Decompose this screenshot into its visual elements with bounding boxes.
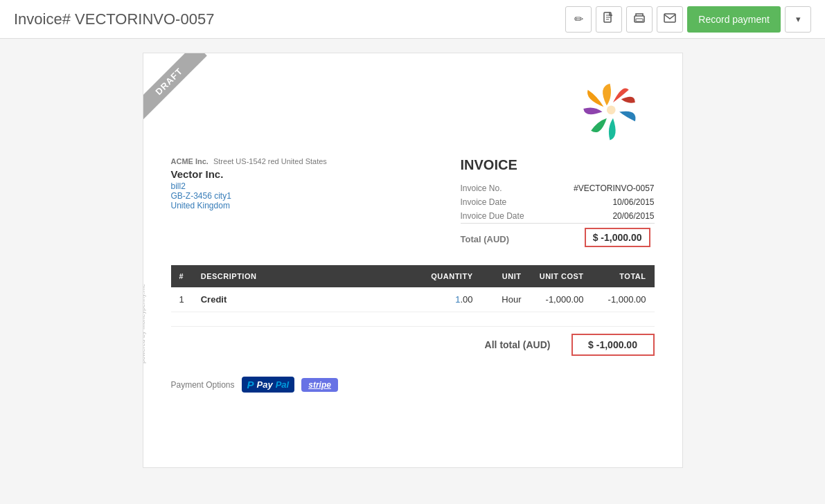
pdf-icon [603,12,614,27]
payment-options: Payment Options P PayPal stripe [171,377,655,393]
email-button[interactable] [657,6,683,33]
row-quantity: 1.00 [419,287,481,312]
svg-rect-2 [636,19,643,21]
all-total-label: All total (AUD) [485,339,551,350]
paypal-text-pal: Pal [276,379,290,390]
payment-options-label: Payment Options [171,380,235,390]
chevron-down-icon: ▾ [796,14,801,24]
from-company-label: ACME Inc. Street US-1542 red United Stat… [171,157,327,165]
col-total: TOTAL [592,265,655,287]
bill-to-country: United Kingdom [171,201,327,210]
invoice-due-row: Invoice Due Date 20/06/2015 [461,209,655,224]
row-description: Credit [193,287,419,312]
invoice-logo [171,74,655,143]
row-total: -1,000.00 [592,287,655,312]
invoice-details-section: INVOICE Invoice No. #VECTORINVO-0057 Inv… [461,157,655,251]
company-logo [571,74,655,143]
invoice-heading: INVOICE [461,157,655,173]
invoice-due-value: 20/06/2015 [546,209,654,224]
dropdown-button[interactable]: ▾ [785,6,811,33]
paypal-badge[interactable]: P PayPal [242,377,295,393]
page-header: Invoice# VECTORINVO-0057 ✏ [0,0,825,39]
col-unit-cost: UNIT COST [530,265,592,287]
col-num: # [171,265,193,287]
main-content: DRAFT powered by Moneypenny.me [0,39,825,482]
col-description: DESCRIPTION [193,265,419,287]
items-table-header: # DESCRIPTION QUANTITY UNIT UNIT COST TO… [171,265,655,287]
invoice-no-value: #VECTORINVO-0057 [546,181,654,195]
pdf-button[interactable] [596,6,622,33]
invoice-total-label: Total (AUD) [461,224,547,252]
header-actions: ✏ [565,6,811,33]
powered-by-label: powered by Moneypenny.me [143,284,146,363]
invoice-detail-table: Invoice No. #VECTORINVO-0057 Invoice Dat… [461,181,655,251]
paypal-text: Pay [257,379,273,390]
total-divider [171,326,655,327]
row-num: 1 [171,287,193,312]
invoice-total-row: Total (AUD) $ -1,000.00 [461,224,655,252]
row-unit-cost: -1,000.00 [530,287,592,312]
invoice-info-row: ACME Inc. Street US-1542 red United Stat… [171,157,655,251]
invoice-date-row: Invoice Date 10/06/2015 [461,195,655,209]
invoice-no-row: Invoice No. #VECTORINVO-0057 [461,181,655,195]
col-quantity: QUANTITY [419,265,481,287]
total-amount-box: $ -1,000.00 [585,228,650,247]
invoice-total-value: $ -1,000.00 [546,224,654,252]
bill-to-section: ACME Inc. Street US-1542 red United Stat… [171,157,327,251]
col-unit: UNIT [481,265,530,287]
items-table: # DESCRIPTION QUANTITY UNIT UNIT COST TO… [171,265,655,312]
edit-icon: ✏ [574,12,583,26]
paypal-p-icon: P [247,379,254,390]
record-payment-button[interactable]: Record payment [687,6,781,33]
all-total-row: All total (AUD) $ -1,000.00 [171,334,655,356]
row-unit: Hour [481,287,530,312]
print-button[interactable] [626,6,653,33]
invoice-date-label: Invoice Date [461,195,547,209]
email-icon [664,13,676,26]
invoice-no-label: Invoice No. [461,181,547,195]
invoice-due-label: Invoice Due Date [461,209,547,224]
svg-point-5 [606,105,615,114]
stripe-badge[interactable]: stripe [301,378,338,392]
print-icon [633,12,646,26]
edit-button[interactable]: ✏ [565,6,592,33]
invoice-date-value: 10/06/2015 [546,195,654,209]
draft-label: DRAFT [143,53,207,119]
bill-to-line1: bill2 [171,181,327,191]
all-total-amount-box: $ -1,000.00 [571,334,655,356]
table-row: 1 Credit 1.00 Hour -1,000.00 -1,000.00 [171,287,655,312]
page-title: Invoice# VECTORINVO-0057 [14,10,214,28]
invoice-container: DRAFT powered by Moneypenny.me [143,53,683,468]
svg-rect-3 [664,14,675,22]
draft-ribbon: DRAFT [143,53,227,136]
bill-to-company: Vector Inc. [171,168,327,180]
bill-to-line2: GB-Z-3456 city1 [171,191,327,201]
